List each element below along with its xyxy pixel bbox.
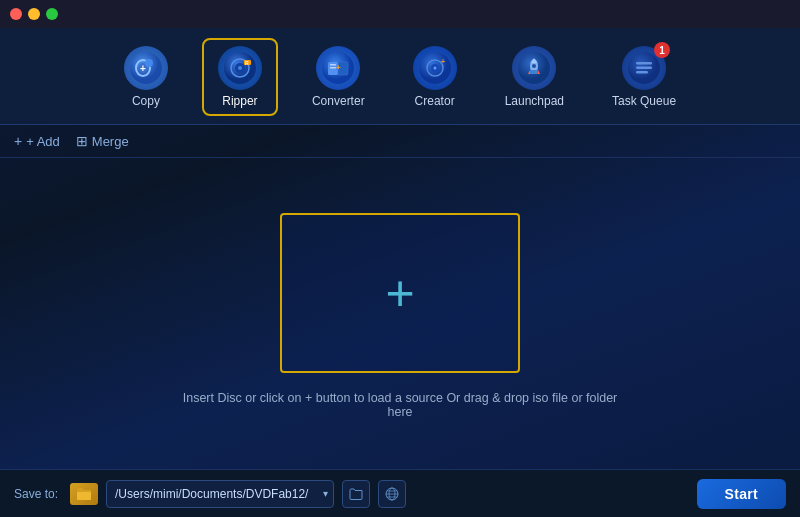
converter-icon-svg: + — [322, 52, 354, 84]
save-to-label: Save to: — [14, 487, 58, 501]
nav-item-ripper[interactable]: R Ripper — [202, 38, 278, 116]
svg-rect-25 — [530, 70, 538, 74]
toolbar: + + Add ⊞ Merge — [0, 125, 800, 158]
start-button[interactable]: Start — [697, 479, 786, 509]
footer-bar: Save to: /Users/mimi/Documents/DVDFab12/… — [0, 469, 800, 517]
path-wrapper: /Users/mimi/Documents/DVDFab12/ ▾ — [106, 480, 334, 508]
launchpad-icon-svg — [518, 52, 550, 84]
add-button[interactable]: + + Add — [14, 133, 60, 149]
svg-text:R: R — [245, 60, 249, 66]
merge-icon: ⊞ — [76, 133, 88, 149]
svg-point-3 — [145, 59, 153, 67]
svg-rect-32 — [636, 71, 648, 74]
browse-folder-button[interactable] — [342, 480, 370, 508]
minimize-button[interactable] — [28, 8, 40, 20]
copy-icon: + — [124, 46, 168, 90]
converter-label: Converter — [312, 94, 365, 108]
folder-icon-button[interactable] — [70, 483, 98, 505]
globe-button[interactable] — [378, 480, 406, 508]
svg-point-20 — [433, 67, 436, 70]
svg-text:+: + — [140, 63, 146, 74]
svg-rect-30 — [636, 62, 652, 65]
svg-text:+: + — [441, 58, 445, 65]
taskqueue-icon-svg — [628, 52, 660, 84]
ripper-label: Ripper — [222, 94, 257, 108]
copy-icon-svg: + — [130, 52, 162, 84]
main-content: + Insert Disc or click on + button to lo… — [0, 158, 800, 473]
copy-label: Copy — [132, 94, 160, 108]
taskqueue-icon: 1 — [622, 46, 666, 90]
path-select[interactable]: /Users/mimi/Documents/DVDFab12/ — [106, 480, 334, 508]
taskqueue-label: Task Queue — [612, 94, 676, 108]
converter-icon: + — [316, 46, 360, 90]
svg-text:+: + — [336, 63, 341, 72]
creator-label: Creator — [415, 94, 455, 108]
nav-item-launchpad[interactable]: Launchpad — [491, 40, 578, 114]
drop-hint: Insert Disc or click on + button to load… — [170, 391, 630, 419]
svg-point-8 — [238, 66, 242, 70]
folder-icon — [76, 487, 92, 501]
globe-icon — [385, 487, 399, 501]
ripper-icon-svg: R — [224, 52, 256, 84]
svg-point-28 — [532, 64, 536, 68]
taskqueue-badge: 1 — [654, 42, 670, 58]
launchpad-icon — [512, 46, 556, 90]
title-bar — [0, 0, 800, 28]
creator-icon-svg: + — [419, 52, 451, 84]
drop-zone[interactable]: + — [280, 213, 520, 373]
nav-item-copy[interactable]: + Copy — [110, 40, 182, 114]
launchpad-label: Launchpad — [505, 94, 564, 108]
svg-rect-31 — [636, 67, 652, 70]
browse-folder-icon — [349, 488, 363, 500]
nav-item-creator[interactable]: + Creator — [399, 40, 471, 114]
merge-label: Merge — [92, 134, 129, 149]
merge-button[interactable]: ⊞ Merge — [76, 133, 129, 149]
plus-icon: + — [14, 133, 22, 149]
close-button[interactable] — [10, 8, 22, 20]
drop-zone-plus-icon: + — [385, 268, 414, 318]
creator-icon: + — [413, 46, 457, 90]
nav-item-converter[interactable]: + Converter — [298, 40, 379, 114]
nav-item-taskqueue[interactable]: 1 Task Queue — [598, 40, 690, 114]
fullscreen-button[interactable] — [46, 8, 58, 20]
add-label: + Add — [26, 134, 60, 149]
ripper-icon: R — [218, 46, 262, 90]
nav-bar: + Copy R Ripper — [0, 28, 800, 125]
